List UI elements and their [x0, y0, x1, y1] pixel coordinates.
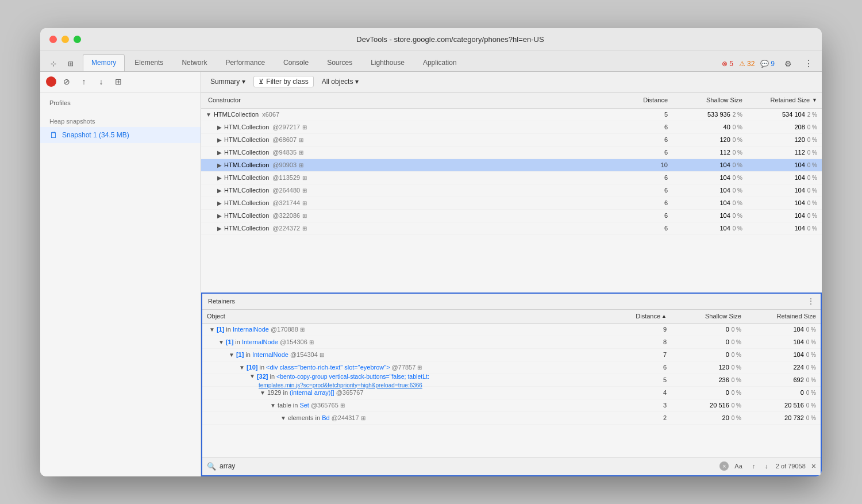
tab-sources[interactable]: Sources [318, 54, 361, 71]
ret-link-icon[interactable]: ⊞ [340, 402, 345, 409]
retainers-menu-icon[interactable]: ⋮ [807, 297, 815, 306]
error-count[interactable]: ⊗5 [722, 60, 733, 68]
select-element-icon[interactable]: ⊹ [46, 56, 61, 71]
table-row[interactable]: ▶ HTMLCollection @68607 ⊞ 6 1200 % 1200 … [201, 134, 822, 147]
ret-link-icon[interactable]: ⊞ [417, 364, 422, 371]
clear-icon[interactable]: ⊘ [60, 75, 74, 89]
ret-expand-icon[interactable]: ▼ [218, 339, 224, 345]
match-case-button[interactable]: Aa [732, 461, 744, 471]
retainer-row[interactable]: ▼ [1] in InternalNode @154306 ⊞ 8 00 % 1… [202, 336, 821, 349]
ret-header-shallow: Shallow Size [667, 313, 741, 320]
link-icon[interactable]: ⊞ [302, 187, 307, 194]
expand-icon[interactable]: ▶ [217, 187, 222, 194]
ret-header-object: Object [207, 313, 609, 320]
device-toolbar-icon[interactable]: ⊞ [63, 56, 78, 71]
tab-application[interactable]: Application [414, 54, 465, 71]
collect-garbage-icon[interactable]: ⊞ [111, 75, 125, 89]
ret-link-icon[interactable]: ⊞ [361, 415, 365, 421]
expand-icon[interactable]: ▶ [217, 175, 222, 181]
retainer-row[interactable]: ▼ table in Set @365765 ⊞ 3 20 5160 % 20 … [202, 399, 821, 412]
search-input[interactable] [220, 462, 716, 470]
close-button[interactable] [49, 36, 57, 43]
cell-constructor: ▼ HTMLCollection x6067 [206, 111, 610, 118]
upload-icon[interactable]: ↑ [77, 75, 91, 89]
link-icon[interactable]: ⊞ [302, 213, 307, 219]
expand-icon[interactable]: ▶ [217, 213, 222, 219]
table-row[interactable]: ▶ HTMLCollection @322086 ⊞ 6 1040 % 1040… [201, 210, 822, 222]
retainer-row[interactable]: ▼ 1929 in (internal array)[] @365767 4 0… [202, 387, 821, 399]
tab-memory[interactable]: Memory [83, 54, 125, 71]
search-prev-button[interactable]: ↑ [748, 460, 760, 472]
table-row[interactable]: ▶ HTMLCollection @94835 ⊞ 6 1120 % 1120 … [201, 147, 822, 159]
search-close-button[interactable]: × [811, 461, 816, 471]
ret-expand-icon[interactable]: ▼ [249, 373, 255, 379]
filter-by-class-button[interactable]: ⊻ Filter by class [253, 76, 313, 87]
ret-header-retained: Retained Size [741, 313, 816, 320]
settings-icon[interactable]: ⚙ [780, 56, 795, 71]
retainer-row[interactable]: ▼ [32] in <bento-copy-group vertical-sta… [202, 374, 821, 387]
link-icon[interactable]: ⊞ [302, 200, 307, 206]
expand-icon[interactable]: ▶ [217, 162, 222, 168]
tab-network[interactable]: Network [173, 54, 216, 71]
table-row[interactable]: ▼ HTMLCollection x6067 5 533 9362 % 534 … [201, 109, 822, 121]
tab-performance[interactable]: Performance [217, 54, 274, 71]
search-navigation: ↑ ↓ [748, 460, 772, 472]
expand-icon[interactable]: ▼ [206, 111, 211, 118]
table-row[interactable]: ▶ HTMLCollection @264480 ⊞ 6 1040 % 1040… [201, 184, 822, 197]
summary-dropdown[interactable]: Summary ▾ [207, 76, 249, 87]
all-objects-dropdown[interactable]: All objects ▾ [318, 76, 363, 87]
ret-link-icon[interactable]: ⊞ [320, 352, 324, 358]
ret-expand-icon[interactable]: ▼ [260, 390, 265, 396]
table-header: Constructor Distance Shallow Size Retain… [201, 93, 822, 109]
expand-icon[interactable]: ▶ [217, 124, 222, 130]
table-row-selected[interactable]: ▶ HTMLCollection @90903 ⊞ 10 1040 % 1040… [201, 159, 822, 172]
retainers-scroll[interactable]: ▼ [1] in InternalNode @170888 ⊞ 9 00 % 1… [202, 324, 821, 457]
source-link[interactable]: templates.min.js?sc=prod&fetchpriority=h… [259, 382, 422, 388]
ret-link-icon[interactable]: ⊞ [300, 326, 305, 333]
expand-icon[interactable]: ▶ [217, 137, 222, 143]
link-icon[interactable]: ⊞ [299, 162, 303, 168]
header-distance: Distance [610, 97, 668, 103]
retainer-row[interactable]: ▼ elements in Bd @244317 ⊞ 2 200 % 20 73… [202, 412, 821, 425]
expand-icon[interactable]: ▶ [217, 225, 222, 232]
table-row[interactable]: ▶ HTMLCollection @224372 ⊞ 6 1040 % 1040… [201, 222, 822, 235]
table-row[interactable]: ▶ HTMLCollection @113529 ⊞ 6 1040 % 1040… [201, 172, 822, 184]
all-objects-label: All objects [322, 78, 353, 86]
link-icon[interactable]: ⊞ [302, 175, 307, 181]
expand-icon[interactable]: ▶ [217, 200, 222, 206]
ret-link-icon[interactable]: ⊞ [309, 339, 314, 345]
header-shallow: Shallow Size [668, 97, 742, 103]
snapshot-item[interactable]: 🗒 Snapshot 1 (34.5 MB) [40, 127, 201, 143]
search-next-button[interactable]: ↓ [761, 460, 772, 472]
table-row[interactable]: ▶ HTMLCollection @321744 ⊞ 6 1040 % 1040… [201, 197, 822, 210]
cell-constructor: ▶ HTMLCollection @90903 ⊞ [206, 161, 610, 168]
sidebar: ⊘ ↑ ↓ ⊞ Profiles Heap snapshots 🗒 Snapsh… [40, 72, 201, 476]
maximize-button[interactable] [74, 36, 81, 43]
minimize-button[interactable] [61, 36, 69, 43]
search-clear-button[interactable]: × [719, 461, 729, 471]
expand-icon[interactable]: ▶ [217, 149, 222, 156]
ret-header-distance[interactable]: Distance▲ [609, 313, 667, 320]
warning-count[interactable]: ⚠32 [739, 60, 755, 68]
more-options-icon[interactable]: ⋮ [801, 56, 816, 71]
tab-elements[interactable]: Elements [126, 54, 172, 71]
retainer-row[interactable]: ▼ [1] in InternalNode @154304 ⊞ 7 00 % 1… [202, 349, 821, 361]
ret-expand-icon[interactable]: ▼ [239, 364, 245, 371]
link-icon[interactable]: ⊞ [302, 124, 307, 130]
link-icon[interactable]: ⊞ [299, 137, 303, 143]
download-icon[interactable]: ↓ [94, 75, 108, 89]
ret-expand-icon[interactable]: ▼ [229, 352, 234, 358]
ret-expand-icon[interactable]: ▼ [209, 326, 215, 333]
link-icon[interactable]: ⊞ [299, 149, 303, 156]
record-heap-icon[interactable] [46, 76, 56, 87]
retainer-row[interactable]: ▼ [1] in InternalNode @170888 ⊞ 9 00 % 1… [202, 324, 821, 336]
message-count[interactable]: 💬9 [760, 60, 775, 68]
table-row[interactable]: ▶ HTMLCollection @297217 ⊞ 6 400 % 2080 … [201, 121, 822, 134]
search-icon[interactable]: 🔍 [207, 462, 216, 471]
link-icon[interactable]: ⊞ [302, 225, 307, 232]
header-retained[interactable]: Retained Size ▼ [742, 97, 817, 103]
tab-lighthouse[interactable]: Lighthouse [362, 54, 413, 71]
ret-expand-icon[interactable]: ▼ [270, 402, 276, 409]
tab-console[interactable]: Console [275, 54, 317, 71]
ret-expand-icon[interactable]: ▼ [280, 415, 286, 421]
